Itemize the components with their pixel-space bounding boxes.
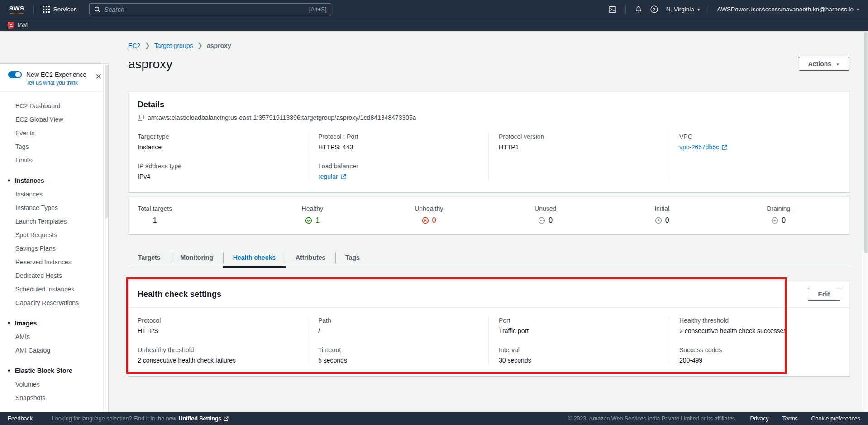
sidebar-item[interactable]: Volumes — [0, 377, 108, 391]
sidebar-item[interactable]: Snapshots — [0, 391, 108, 405]
breadcrumb-separator-icon: ❯ — [144, 41, 150, 49]
sidebar-section-images[interactable]: ▼ Images — [0, 316, 108, 330]
external-link-icon — [721, 144, 727, 150]
aws-logo[interactable]: aws — [8, 3, 27, 16]
load-balancer-link[interactable]: regular — [318, 173, 346, 180]
sidebar-panel: New EC2 Experience Tell us what you thin… — [0, 63, 109, 412]
unhealthy-value: 0 — [432, 216, 436, 224]
hc-path-label: Path — [318, 317, 480, 324]
terms-link[interactable]: Terms — [782, 415, 798, 422]
target-group-arn: arn:aws:elasticloadbalancing:us-east-1:3… — [148, 114, 416, 121]
search-input[interactable] — [104, 6, 305, 13]
account-label: AWSPowerUserAccess/navaneeth.kn@harness.… — [717, 6, 854, 13]
unified-settings-link[interactable]: Unified Settings — [178, 415, 228, 422]
new-experience-title: New EC2 Experience — [26, 71, 86, 78]
section-title: Instances — [15, 177, 44, 184]
sidebar-item[interactable]: Tags — [0, 140, 108, 153]
close-icon[interactable]: ✕ — [95, 73, 102, 81]
total-targets-stat: Total targets 1 — [138, 205, 254, 224]
details-panel: Details arn:aws:elasticloadbalancing:us-… — [128, 91, 850, 192]
help-icon[interactable]: ? — [650, 5, 658, 13]
region-selector[interactable]: N. Virginia ▼ — [666, 6, 701, 13]
search-shortcut-hint: [Alt+S] — [309, 6, 327, 13]
cookie-preferences-link[interactable]: Cookie preferences — [811, 415, 860, 422]
account-menu[interactable]: AWSPowerUserAccess/navaneeth.kn@harness.… — [717, 6, 860, 13]
sidebar-item[interactable]: Instances — [0, 187, 108, 201]
hc-unhealthy-threshold-label: Unhealthy threshold — [138, 346, 300, 353]
tab-monitoring[interactable]: Monitoring — [171, 249, 223, 267]
sidebar-section-instances[interactable]: ▼ Instances — [0, 173, 108, 187]
privacy-link[interactable]: Privacy — [750, 415, 769, 422]
global-search[interactable]: [Alt+S] — [89, 3, 331, 15]
health-check-settings-panel: Health check settings Edit Protocol HTTP… — [128, 281, 850, 376]
healthy-stat: Healthy 1 — [254, 205, 371, 225]
protocol-version-label: Protocol version — [499, 133, 661, 140]
sidebar-section-ebs-items: VolumesSnapshots — [0, 377, 108, 405]
healthy-value: 1 — [315, 216, 320, 224]
initial-stat: Initial 0 — [604, 205, 720, 225]
feedback-button[interactable]: Feedback — [8, 415, 33, 422]
vpc-link[interactable]: vpc-2657db5c — [679, 143, 727, 151]
sidebar-item[interactable]: Scheduled Instances — [0, 282, 108, 296]
tab-bar: Targets Monitoring Health checks Attribu… — [128, 249, 850, 267]
tab-attributes[interactable]: Attributes — [286, 249, 335, 267]
hc-healthy-threshold-label: Healthy threshold — [679, 317, 841, 324]
hc-interval-label: Interval — [499, 346, 661, 353]
total-targets-label: Total targets — [138, 205, 172, 212]
breadcrumb-ec2[interactable]: EC2 — [128, 42, 140, 49]
hc-port-label: Port — [499, 317, 661, 324]
notifications-bell-icon[interactable] — [635, 6, 642, 13]
hc-port-value: Traffic port — [499, 327, 661, 334]
chevron-expanded-icon: ▼ — [7, 321, 11, 325]
target-type-label: Target type — [138, 133, 300, 140]
top-navigation: aws Services [Alt+S] ? N. Virginia ▼ AWS… — [0, 0, 868, 19]
sidebar-item[interactable]: Events — [0, 126, 108, 140]
ip-address-type-label: IP address type — [138, 162, 300, 170]
sidebar-item[interactable]: Limits — [0, 153, 108, 167]
external-link-icon — [224, 416, 229, 421]
edit-button[interactable]: Edit — [808, 288, 840, 301]
protocol-version-value: HTTP1 — [499, 143, 661, 151]
tab-tags[interactable]: Tags — [335, 249, 370, 267]
sidebar-item[interactable]: Reserved Instances — [0, 255, 108, 269]
sidebar-item[interactable]: Instance Types — [0, 201, 108, 215]
tab-health-checks[interactable]: Health checks — [223, 249, 286, 267]
favorite-iam-link[interactable]: IAM — [8, 22, 28, 29]
protocol-port-label: Protocol : Port — [318, 133, 480, 140]
sidebar-item[interactable]: Dedicated Hosts — [0, 269, 108, 282]
unhealthy-x-icon — [422, 217, 429, 224]
tab-targets[interactable]: Targets — [128, 249, 171, 267]
services-label: Services — [53, 6, 77, 13]
unhealthy-label: Unhealthy — [415, 205, 443, 212]
chevron-expanded-icon: ▼ — [7, 368, 11, 373]
iam-service-icon — [8, 22, 14, 29]
sidebar-item[interactable]: Launch Templates — [0, 215, 108, 228]
unhealthy-stat: Unhealthy 0 — [371, 205, 487, 225]
vpc-id: vpc-2657db5c — [679, 143, 719, 151]
sidebar-item[interactable]: EC2 Dashboard — [0, 99, 108, 113]
cloudshell-icon[interactable] — [609, 6, 616, 13]
copy-icon[interactable] — [138, 115, 144, 121]
left-sidebar: New EC2 Experience Tell us what you thin… — [0, 31, 109, 412]
sidebar-scrollbar[interactable] — [103, 64, 108, 412]
sidebar-item[interactable]: Spot Requests — [0, 228, 108, 242]
target-type-value: Instance — [138, 143, 300, 151]
feedback-link[interactable]: Tell us what you think — [26, 80, 102, 86]
sidebar-item[interactable]: Savings Plans — [0, 242, 108, 255]
actions-button[interactable]: Actions ▼ — [799, 57, 849, 71]
chevron-expanded-icon: ▼ — [7, 178, 11, 183]
breadcrumb-separator-icon: ❯ — [197, 41, 203, 49]
new-experience-banner: New EC2 Experience Tell us what you thin… — [0, 64, 108, 92]
sidebar-item[interactable]: AMIs — [0, 330, 108, 344]
sidebar-section-images-items: AMIsAMI Catalog — [0, 330, 108, 357]
sidebar-item[interactable]: AMI Catalog — [0, 344, 108, 357]
unused-label: Unused — [534, 205, 556, 212]
sidebar-section-ebs[interactable]: ▼ Elastic Block Store — [0, 363, 108, 377]
hc-healthy-threshold-value: 2 consecutive health check successes — [679, 327, 841, 334]
page-scrollbar[interactable] — [863, 31, 868, 412]
sidebar-item[interactable]: EC2 Global View — [0, 113, 108, 126]
services-menu-button[interactable]: Services — [40, 4, 80, 14]
sidebar-item[interactable]: Capacity Reservations — [0, 296, 108, 310]
new-experience-toggle[interactable] — [8, 71, 22, 78]
breadcrumb-target-groups[interactable]: Target groups — [154, 42, 193, 49]
